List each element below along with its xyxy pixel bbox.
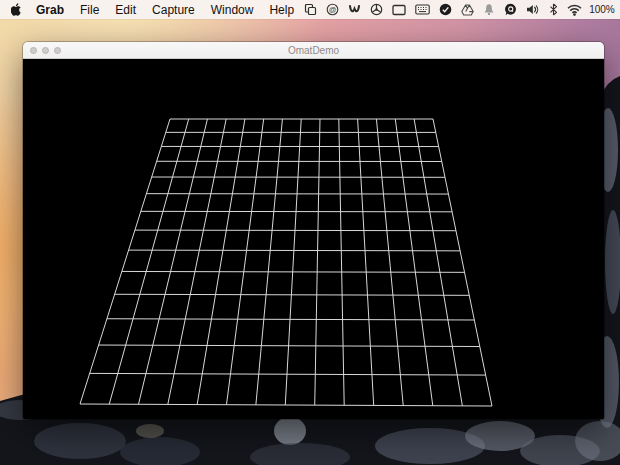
svg-text:@: @ <box>329 5 337 14</box>
window-title-bar[interactable]: OmatDemo <box>23 42 604 59</box>
traffic-lights <box>30 42 61 58</box>
perspective-grid <box>23 59 604 419</box>
chat-bubble-icon[interactable] <box>502 0 519 19</box>
keyboard-icon[interactable] <box>413 0 432 19</box>
menu-bar: Grab File Edit Capture Window Help @ <box>0 0 620 19</box>
wifi-icon[interactable] <box>565 0 584 19</box>
volume-icon[interactable] <box>524 0 542 19</box>
menu-window[interactable]: Window <box>203 0 262 19</box>
bell-icon[interactable] <box>481 0 497 19</box>
app-menu-grab[interactable]: Grab <box>28 0 72 19</box>
zoom-button[interactable] <box>54 47 61 54</box>
close-button[interactable] <box>30 47 37 54</box>
menu-capture[interactable]: Capture <box>144 0 203 19</box>
menu-bar-status: @ 10 <box>302 0 620 19</box>
menu-file[interactable]: File <box>72 0 107 19</box>
app-window: OmatDemo <box>23 42 604 419</box>
menu-edit[interactable]: Edit <box>107 0 144 19</box>
display-icon[interactable] <box>390 0 408 19</box>
app-v-icon[interactable] <box>346 0 363 19</box>
fan-icon[interactable] <box>368 0 385 19</box>
drive-icon[interactable] <box>459 0 476 19</box>
apple-menu[interactable] <box>0 0 28 19</box>
minimize-button[interactable] <box>42 47 49 54</box>
apple-logo-icon <box>11 3 22 16</box>
menu-bar-left: Grab File Edit Capture Window Help <box>0 0 302 19</box>
opengl-canvas[interactable] <box>23 59 604 419</box>
window-title: OmatDemo <box>288 45 339 56</box>
battery-percent: 100% <box>589 4 615 15</box>
check-circle-icon[interactable] <box>437 0 454 19</box>
menu-help[interactable]: Help <box>261 0 302 19</box>
bluetooth-icon[interactable] <box>547 0 560 19</box>
clipboard-icon[interactable] <box>302 0 319 19</box>
at-circle-icon[interactable]: @ <box>324 0 341 19</box>
